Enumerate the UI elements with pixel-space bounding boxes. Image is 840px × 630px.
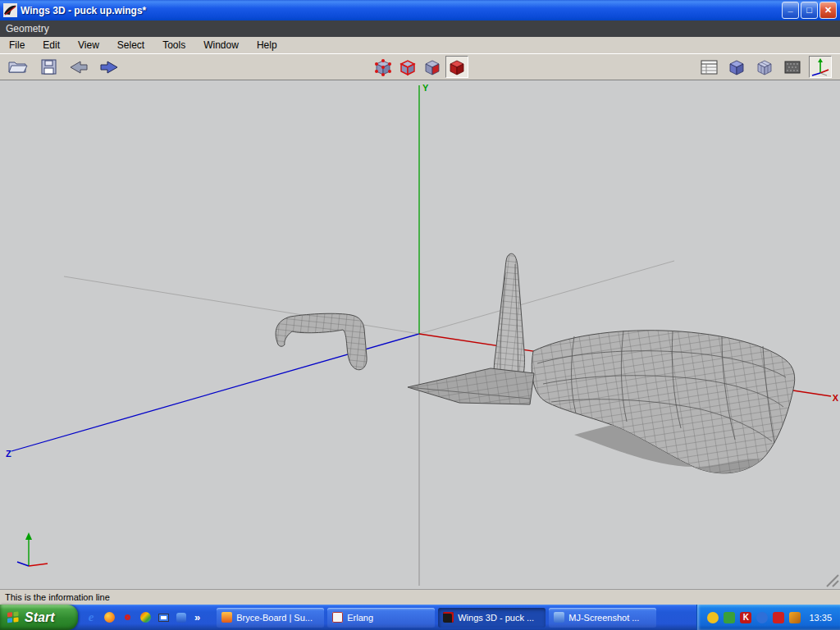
back-arrow-icon xyxy=(69,60,89,75)
viewport-3d[interactable]: Y X Z xyxy=(0,80,840,589)
open-file-button[interactable] xyxy=(7,56,30,78)
window-titlebar[interactable]: Wings 3D - puck up.wings* _ □ ✕ xyxy=(0,0,840,21)
face-mode-button[interactable] xyxy=(421,56,444,78)
taskbar: Start e » Bryce-Board | Su... Erlang xyxy=(0,605,840,630)
tray-green-icon[interactable] xyxy=(724,612,735,623)
neg-z-axis-line xyxy=(419,261,674,334)
geometry-window-title: Geometry xyxy=(6,23,49,34)
menu-tools[interactable]: Tools xyxy=(153,37,194,53)
open-folder-icon xyxy=(8,60,28,74)
info-line-text: This is the information line xyxy=(5,592,110,602)
body-mode-icon xyxy=(447,58,467,76)
z-axis-label: Z xyxy=(6,449,11,459)
smooth-preview-button[interactable] xyxy=(781,56,804,78)
mj-screenshot-task-icon xyxy=(554,612,564,623)
close-button[interactable]: ✕ xyxy=(819,2,837,19)
wings3d-app-icon xyxy=(3,3,17,17)
edge-mode-button[interactable] xyxy=(396,56,419,78)
y-axis-label: Y xyxy=(422,83,429,93)
geometry-graph-button[interactable] xyxy=(697,56,720,78)
menu-help[interactable]: Help xyxy=(248,37,286,53)
geometry-window-header[interactable]: Geometry xyxy=(0,21,840,37)
neg-x-axis-line xyxy=(64,276,419,334)
show-axes-icon xyxy=(810,58,830,76)
wireframe-view-button[interactable] xyxy=(753,56,776,78)
erlang-task-icon xyxy=(332,612,343,623)
mini-axis-indicator xyxy=(17,532,48,566)
internet-explorer-icon[interactable]: e xyxy=(84,611,98,624)
opera-icon[interactable] xyxy=(121,611,134,624)
save-floppy-icon xyxy=(41,59,57,75)
task-mj-screenshot[interactable]: MJ-Screenshot ... xyxy=(549,608,656,628)
body-mode-button[interactable] xyxy=(445,56,468,78)
shaded-view-button[interactable] xyxy=(725,56,748,78)
tray-user-icon[interactable] xyxy=(707,612,719,623)
model-left-wing-part[interactable] xyxy=(276,313,367,370)
start-button[interactable]: Start xyxy=(0,605,78,630)
task-buttons: Bryce-Board | Su... Erlang Wings 3D - pu… xyxy=(208,608,656,628)
smooth-preview-icon xyxy=(784,61,801,74)
vertex-mode-button[interactable] xyxy=(372,56,395,78)
display-settings-icon[interactable] xyxy=(157,611,170,624)
messenger-icon[interactable] xyxy=(175,611,188,624)
task-wings3d[interactable]: Wings 3D - puck ... xyxy=(438,608,546,628)
windows-logo-icon xyxy=(7,611,20,624)
information-line: This is the information line xyxy=(0,589,840,605)
start-label: Start xyxy=(25,610,54,625)
geometry-graph-icon xyxy=(701,60,718,75)
forward-arrow-icon xyxy=(99,60,119,75)
x-axis-label: X xyxy=(833,393,839,403)
save-file-button[interactable] xyxy=(37,56,60,78)
shaded-cube-icon xyxy=(727,58,746,76)
media-player-icon[interactable] xyxy=(139,611,152,624)
tray-ati-icon[interactable] xyxy=(773,612,784,623)
taskbar-clock: 13:35 xyxy=(809,613,832,623)
menu-file[interactable]: File xyxy=(0,37,34,53)
maximize-button[interactable]: □ xyxy=(801,2,818,19)
undo-back-button[interactable] xyxy=(67,56,90,78)
show-axes-button[interactable] xyxy=(809,56,832,78)
menu-select[interactable]: Select xyxy=(108,37,153,53)
tray-k-icon[interactable]: K xyxy=(740,612,751,623)
task-bryce-board[interactable]: Bryce-Board | Su... xyxy=(217,608,324,628)
redo-forward-button[interactable] xyxy=(98,56,121,78)
firefox-icon[interactable] xyxy=(103,611,116,624)
quick-launch-bar: e » xyxy=(78,605,208,630)
model-group[interactable] xyxy=(276,253,795,473)
minimize-button[interactable]: _ xyxy=(782,2,799,19)
tray-network-icon[interactable] xyxy=(756,612,768,623)
edge-mode-icon xyxy=(398,58,418,76)
menu-window[interactable]: Window xyxy=(194,37,248,53)
face-mode-icon xyxy=(422,58,442,76)
toolbar xyxy=(0,53,840,80)
wireframe-cube-icon xyxy=(755,58,774,76)
tray-pen-icon[interactable] xyxy=(789,612,801,623)
bryce-task-icon xyxy=(221,612,232,623)
vertex-mode-icon xyxy=(373,58,393,76)
viewport-canvas[interactable]: Y X Z xyxy=(0,80,840,589)
overflow-chevron[interactable]: » xyxy=(193,611,202,623)
menu-view[interactable]: View xyxy=(69,37,108,53)
menubar: File Edit View Select Tools Window Help xyxy=(0,37,840,53)
viewport-resize-handle[interactable] xyxy=(827,575,838,587)
task-erlang[interactable]: Erlang xyxy=(327,608,435,628)
model-flat-plate[interactable] xyxy=(408,368,534,404)
wings3d-task-icon xyxy=(443,612,454,623)
window-title: Wings 3D - puck up.wings* xyxy=(21,5,782,16)
menu-edit[interactable]: Edit xyxy=(34,37,69,53)
model-main-body[interactable] xyxy=(532,331,794,473)
system-tray: K 13:35 xyxy=(696,605,840,630)
